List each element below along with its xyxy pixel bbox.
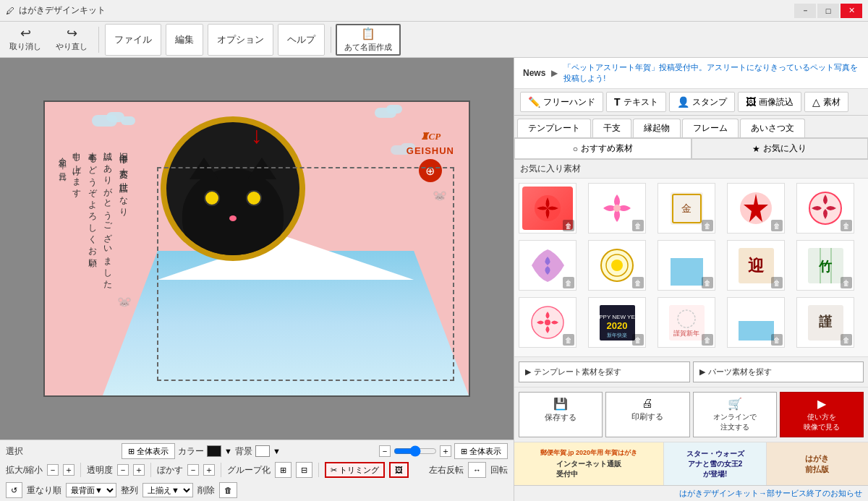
delete-asset-btn[interactable]: 🗑: [563, 277, 574, 288]
asset-item[interactable]: 🗑: [727, 297, 785, 348]
select-label: 選択: [6, 445, 23, 458]
delete-asset-btn[interactable]: 🗑: [771, 220, 783, 231]
postcard[interactable]: 🐭 🐭: [43, 100, 470, 397]
status-bar[interactable]: はがきデザインキット→部サービス終了のお知らせ: [514, 485, 868, 501]
ad-2[interactable]: スター・ウォーズアナと雪の女王2が登場!: [664, 442, 766, 485]
delete-btn[interactable]: 🗑: [219, 482, 237, 498]
image-tab[interactable]: 🖼 画像読込: [738, 92, 801, 112]
svg-text:謹賀新年: 謹賀新年: [673, 330, 699, 337]
text-tab[interactable]: T テキスト: [606, 92, 666, 112]
asset-item[interactable]: 🗑: [588, 183, 646, 234]
asset-item[interactable]: 🗑: [588, 240, 646, 291]
text-icon: T: [614, 96, 621, 108]
opacity-minus[interactable]: －: [117, 464, 129, 476]
trimming-button[interactable]: ✂ トリミング: [325, 462, 385, 478]
video-button[interactable]: ▶ 使い方を映像で見る: [780, 392, 864, 437]
edit-menu[interactable]: 編集: [166, 24, 203, 56]
news-arrow-icon: ▶: [551, 68, 558, 78]
asset-item[interactable]: 🗑: [519, 297, 576, 348]
atena-button[interactable]: 📋 あて名面作成: [336, 24, 401, 56]
options-menu[interactable]: オプション: [208, 24, 273, 56]
zoomsz-plus[interactable]: ＋: [63, 464, 75, 476]
svg-point-9: [611, 260, 623, 271]
delete-asset-btn[interactable]: 🗑: [563, 220, 574, 231]
blur-minus[interactable]: －: [187, 464, 199, 476]
eto-tab[interactable]: 干支: [592, 119, 631, 137]
order-button[interactable]: 🛒 オンラインで注文する: [693, 392, 777, 437]
ad-3[interactable]: はがき前払版: [767, 442, 868, 485]
zoom-slider[interactable]: [393, 446, 437, 456]
find-template-btn[interactable]: ▶ テンプレート素材を探す: [519, 361, 690, 382]
ad-1[interactable]: 郵便年賀.jp 2020年用 年賀はがき インターネット通販受付中: [514, 442, 664, 485]
news-text[interactable]: 「ペットアスリート年賀」投稿受付中。アスリートになりきっているペット写真を投稿し…: [563, 62, 859, 84]
close-button[interactable]: ✕: [841, 4, 862, 18]
engimono-tab[interactable]: 縁起物: [633, 119, 681, 137]
undo-button[interactable]: ↩ 取り消し: [3, 24, 48, 56]
fullview-button[interactable]: ⊞ 全体表示: [454, 443, 508, 459]
asset-item[interactable]: 迎 🗑: [727, 240, 785, 291]
frame-tab[interactable]: フレーム: [682, 119, 739, 137]
asset-item[interactable]: 🗑: [796, 183, 854, 234]
material-tab[interactable]: △ 素材: [804, 92, 848, 112]
opacity-plus[interactable]: ＋: [133, 464, 145, 476]
template-tab[interactable]: テンプレート: [517, 119, 591, 137]
asset-item[interactable]: 金 🗑: [658, 183, 715, 234]
blur-plus[interactable]: ＋: [203, 464, 215, 476]
stamp-tab[interactable]: 👤 スタンプ: [669, 92, 735, 112]
canvas-area[interactable]: 🐭 🐭: [0, 58, 514, 440]
action-buttons: 💾 保存する 🖨 印刷する 🛒 オンラインで注文する ▶ 使い方を映像で見る: [514, 387, 868, 442]
zoomsz-minus[interactable]: －: [47, 464, 59, 476]
asset-item[interactable]: 謹 🗑: [796, 297, 854, 348]
delete-asset-btn[interactable]: 🗑: [702, 277, 713, 288]
title-bar: 🖊 はがきデザインキット － □ ✕: [0, 0, 868, 22]
recommend-tab[interactable]: ○ おすすめ素材: [514, 138, 692, 159]
asset-item[interactable]: 🗑: [519, 183, 576, 234]
status-text: はがきデザインキット→部サービス終了のお知らせ: [679, 488, 862, 499]
delete-asset-btn[interactable]: 🗑: [632, 277, 644, 288]
delete-asset-btn[interactable]: 🗑: [841, 334, 852, 346]
zoom-minus[interactable]: －: [379, 445, 391, 457]
mt-fuji: [103, 236, 469, 395]
asset-item[interactable]: 🗑: [519, 240, 576, 291]
color-swatch[interactable]: [207, 445, 221, 457]
delete-asset-btn[interactable]: 🗑: [841, 220, 852, 231]
delete-asset-btn[interactable]: 🗑: [563, 334, 574, 346]
asset-item[interactable]: 🗑: [658, 240, 715, 291]
asset-item[interactable]: 謹賀新年 🗑: [658, 297, 715, 348]
help-menu[interactable]: ヘルプ: [278, 24, 325, 56]
delete-asset-btn[interactable]: 🗑: [841, 277, 852, 288]
image-btn[interactable]: 🖼: [389, 462, 409, 478]
group-btn[interactable]: ⊞: [275, 462, 292, 478]
asset-item[interactable]: 竹 🗑: [796, 240, 854, 291]
save-button[interactable]: 💾 保存する: [519, 392, 603, 437]
file-menu[interactable]: ファイル: [105, 24, 161, 56]
delete-asset-btn[interactable]: 🗑: [771, 277, 783, 288]
minimize-button[interactable]: －: [794, 4, 816, 18]
delete-asset-btn[interactable]: 🗑: [632, 334, 644, 346]
greeting-tab[interactable]: あいさつ文: [740, 119, 805, 137]
cat-nose: [229, 215, 237, 221]
front-select[interactable]: 最背面▼ 最前面 前面へ 背面へ: [66, 483, 116, 497]
cat-image[interactable]: [161, 116, 305, 261]
delete-asset-btn[interactable]: 🗑: [632, 220, 644, 231]
redo-button[interactable]: ↪ やり直し: [49, 24, 94, 56]
ungroup-btn[interactable]: ⊟: [296, 462, 312, 478]
ad-1-title: 郵便年賀.jp 2020年用 年賀はがき: [540, 448, 638, 458]
bg-swatch[interactable]: [255, 445, 270, 457]
favorite-tab[interactable]: ★ お気に入り: [692, 138, 869, 159]
align-select[interactable]: 上揃え▼ 左揃え 右揃え 中央揃え: [142, 483, 193, 497]
flip-btn[interactable]: ↔: [468, 462, 486, 478]
delete-asset-btn[interactable]: 🗑: [702, 334, 713, 346]
delete-asset-btn[interactable]: 🗑: [771, 334, 783, 346]
freehand-tab[interactable]: ✏️ フリーハンド: [520, 92, 603, 112]
asset-item[interactable]: HAPPY NEW YEAR2020新年快楽 🗑: [588, 297, 646, 348]
find-parts-btn[interactable]: ▶ パーツ素材を探す: [693, 361, 864, 382]
rotate-btn[interactable]: ↺: [6, 482, 22, 498]
view-btn[interactable]: ⊞ 全体表示: [122, 443, 175, 459]
asset-item[interactable]: 🗑: [727, 183, 785, 234]
delete-asset-btn[interactable]: 🗑: [702, 220, 713, 231]
zoom-plus[interactable]: ＋: [440, 445, 451, 457]
separator-2: [331, 27, 331, 53]
print-button[interactable]: 🖨 印刷する: [605, 392, 689, 437]
maximize-button[interactable]: □: [817, 4, 839, 18]
